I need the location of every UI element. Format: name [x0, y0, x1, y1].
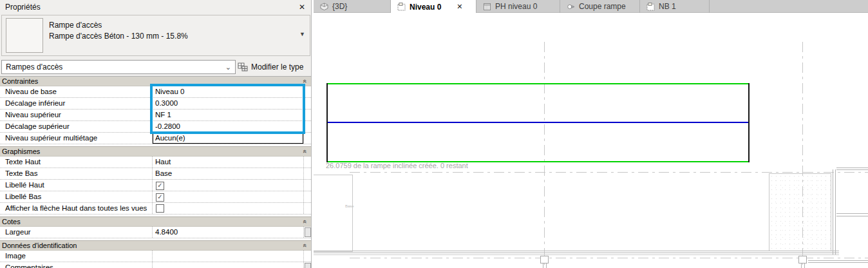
- reference-plane-vertical-1[interactable]: [544, 42, 545, 268]
- row-gutter: [303, 133, 311, 144]
- property-value-texte-bas[interactable]: Base: [153, 168, 303, 179]
- property-label-niveau-de-base: Niveau de base: [0, 86, 153, 97]
- chevron-down-icon[interactable]: ▼: [299, 31, 305, 37]
- property-value-niveau-superieur[interactable]: NF 1: [153, 110, 303, 120]
- property-value-largeur[interactable]: 4.8400: [153, 227, 303, 238]
- property-value-commentaires[interactable]: [153, 262, 303, 268]
- property-row: Largeur4.8400: [0, 227, 311, 238]
- row-gutter: [303, 98, 311, 109]
- modify-type-label: Modifier le type: [251, 62, 303, 72]
- wall-horizontal-top-right[interactable]: [836, 168, 868, 170]
- row-gutter: [303, 168, 311, 179]
- property-label-afficher-la-fleche-haut-dans-toutes-les-vues: Afficher la flèche Haut dans toutes les …: [0, 203, 153, 214]
- background-room-outline[interactable]: [314, 175, 353, 252]
- panel-title: Propriétés: [5, 3, 41, 12]
- property-row: Commentaires: [0, 262, 311, 268]
- column-legs-2: [801, 263, 805, 268]
- chevron-down-icon[interactable]: ⌄: [225, 61, 231, 73]
- collapse-icon[interactable]: «: [301, 244, 308, 247]
- drawing-area[interactable]: 26.0759 de la rampe inclinée créée. 0 re…: [314, 13, 868, 268]
- section-header-contraintes[interactable]: Contraintes«: [0, 77, 311, 86]
- property-value-niveau-de-base[interactable]: Niveau 0: [153, 86, 303, 97]
- property-value-texte-haut[interactable]: Haut: [153, 157, 303, 168]
- 3d-view-icon: [320, 3, 328, 11]
- property-value-libelle-bas[interactable]: ✓: [153, 191, 303, 202]
- property-row: Niveau de baseNiveau 0: [0, 86, 311, 98]
- section-title: Données d'identification: [2, 242, 77, 249]
- tab-close-icon[interactable]: ✕: [457, 3, 462, 11]
- reference-line-horizontal: [350, 172, 868, 173]
- view-tab-bar: {3D}Niveau 0✕PH niveau 0Coupe rampeNB 1: [314, 0, 868, 13]
- hatched-region[interactable]: [769, 173, 831, 251]
- view-tab-niveau-0[interactable]: Niveau 0✕: [391, 0, 476, 14]
- column-symbol-1[interactable]: [540, 256, 549, 263]
- wall-bottom-line-2[interactable]: [314, 253, 839, 253]
- row-gutter: [303, 110, 311, 120]
- section-title: Cotes: [2, 218, 21, 225]
- wall-bottom-right[interactable]: [808, 260, 868, 263]
- ramp-top-edge[interactable]: [326, 83, 750, 84]
- view-tab-ph-niveau-0[interactable]: PH niveau 0: [476, 0, 560, 13]
- section-header-donnees-d-identification[interactable]: Données d'identification«: [0, 240, 311, 251]
- property-value-decalage-superieur[interactable]: -0.2800: [153, 121, 303, 132]
- property-value-decalage-inferieur[interactable]: 0.3000: [153, 98, 303, 109]
- property-label-commentaires: Commentaires: [0, 262, 153, 268]
- property-label-libelle-bas: Libellé Bas: [0, 191, 153, 202]
- wall-horizontal-mid-right[interactable]: [836, 213, 868, 216]
- property-value-image[interactable]: [153, 251, 303, 262]
- row-gutter: [303, 251, 311, 262]
- ramp-status-text: 26.0759 de la rampe inclinée créée. 0 re…: [326, 162, 468, 169]
- section-header-graphismes[interactable]: Graphismes«: [0, 146, 311, 157]
- collapse-icon[interactable]: «: [301, 220, 308, 224]
- wall-bottom-line-1[interactable]: [314, 251, 839, 251]
- collapse-icon[interactable]: «: [301, 149, 308, 153]
- property-value-afficher-la-fleche-haut-dans-toutes-les-vues[interactable]: [153, 203, 303, 214]
- type-name: Rampe d'accès Béton - 130 mm - 15.8%: [49, 32, 188, 41]
- checkbox-checked[interactable]: ✓: [156, 182, 164, 190]
- property-value-libelle-haut[interactable]: ✓: [153, 180, 303, 191]
- view-tab-coupe-rampe[interactable]: Coupe rampe: [560, 0, 640, 13]
- tab-label: Coupe rampe: [579, 2, 626, 11]
- properties-titlebar[interactable]: Propriétés ✕: [0, 0, 311, 14]
- property-grid: Contraintes«Niveau de baseNiveau 0Décala…: [0, 76, 311, 268]
- checkbox-unchecked[interactable]: [156, 204, 164, 213]
- modify-type-button[interactable]: Modifier le type: [238, 60, 310, 74]
- view-tab-3d[interactable]: {3D}: [314, 0, 391, 13]
- property-row: Niveau supérieur multiétageAucun(e): [0, 133, 311, 144]
- reference-line-bottom: [350, 258, 868, 258]
- wall-vertical-right[interactable]: [833, 169, 836, 255]
- tab-label: NB 1: [659, 2, 676, 11]
- ramp-right-edge[interactable]: [748, 83, 750, 162]
- ramp-center-line[interactable]: [328, 122, 748, 123]
- type-selector[interactable]: Rampe d'accès Rampe d'accès Béton - 130 …: [1, 15, 310, 56]
- column-legs-1: [543, 263, 547, 268]
- browse-button[interactable]: [305, 263, 311, 268]
- browse-button[interactable]: [305, 227, 311, 237]
- property-label-largeur: Largeur: [0, 227, 153, 238]
- checkbox-checked[interactable]: ✓: [156, 193, 164, 202]
- close-icon[interactable]: ✕: [299, 3, 305, 12]
- row-gutter: [303, 227, 311, 238]
- property-row: Libellé Bas✓: [0, 191, 311, 203]
- row-gutter: [303, 191, 311, 202]
- property-label-libelle-haut: Libellé Haut: [0, 180, 153, 191]
- row-gutter: [303, 121, 311, 132]
- filter-row: Rampes d'accès ⌄ Modifier le type: [0, 58, 312, 76]
- property-label-niveau-superieur-multietage: Niveau supérieur multiétage: [0, 133, 153, 144]
- section-view-icon: [567, 3, 575, 11]
- ceiling-plan-icon: [483, 3, 491, 11]
- category-filter-combobox[interactable]: Rampes d'accès ⌄: [1, 60, 236, 74]
- section-title: Graphismes: [2, 148, 40, 155]
- property-label-texte-haut: Texte Haut: [0, 157, 153, 168]
- collapse-icon[interactable]: «: [301, 79, 308, 83]
- category-filter-value: Rampes d'accès: [6, 62, 62, 72]
- property-value-niveau-superieur-multietage[interactable]: Aucun(e): [153, 133, 303, 144]
- row-gutter: [303, 203, 311, 214]
- tab-label: Niveau 0: [410, 3, 441, 12]
- tab-label: {3D}: [332, 2, 347, 11]
- section-header-cotes[interactable]: Cotes«: [0, 216, 311, 227]
- property-row: Afficher la flèche Haut dans toutes les …: [0, 203, 311, 215]
- view-tab-nb-1[interactable]: NB 1: [640, 0, 710, 13]
- column-symbol-2[interactable]: [798, 256, 807, 263]
- property-row: Décalage supérieur-0.2800: [0, 121, 311, 133]
